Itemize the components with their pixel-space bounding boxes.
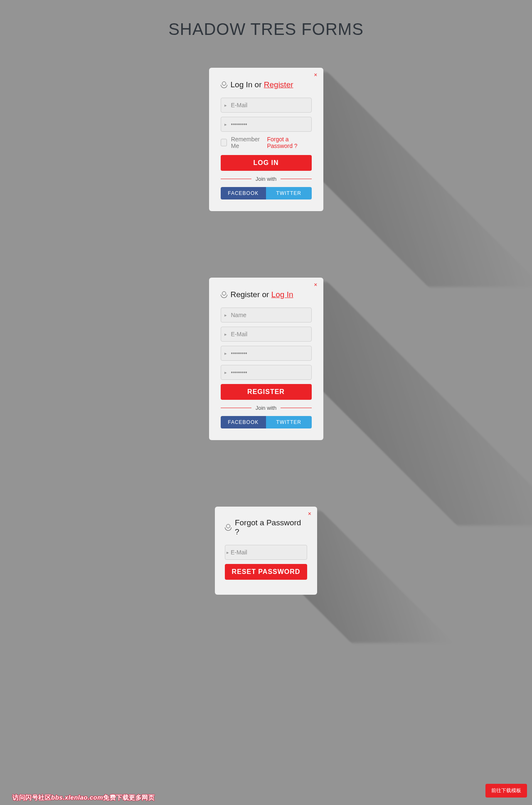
email-field-wrap: ▸ <box>225 545 307 560</box>
join-divider: Join with <box>221 405 312 411</box>
forgot-title: Forgot a Password ? <box>235 518 307 537</box>
login-link[interactable]: Log In <box>271 290 293 299</box>
user-icon <box>225 524 231 531</box>
name-field[interactable] <box>230 308 311 322</box>
register-link[interactable]: Register <box>264 80 293 89</box>
password-field[interactable] <box>230 346 311 360</box>
email-field-wrap: ▸ <box>221 327 312 342</box>
confirm-password-field-wrap: ▸ <box>221 365 312 380</box>
download-template-button[interactable]: 前往下载模板 <box>485 784 527 798</box>
social-row: FACEBOOK TWITTER <box>221 416 312 428</box>
chevron-right-icon: ▸ <box>221 103 230 108</box>
register-card: × Register or Log In ▸ ▸ ▸ ▸ REGISTER Jo… <box>209 278 323 440</box>
login-card-wrap: × Log In or Register ▸ ▸ Remember Me For… <box>209 68 323 211</box>
email-field-wrap: ▸ <box>221 98 312 113</box>
chevron-right-icon: ▸ <box>221 122 230 127</box>
social-row: FACEBOOK TWITTER <box>221 187 312 199</box>
chevron-right-icon: ▸ <box>221 332 230 337</box>
chevron-right-icon: ▸ <box>221 370 230 375</box>
forgot-card-wrap: × Forgot a Password ? ▸ RESET PASSWORD <box>215 507 317 595</box>
page-title: SHADOW TRES FORMS <box>0 0 532 68</box>
register-card-wrap: × Register or Log In ▸ ▸ ▸ ▸ REGISTER Jo… <box>209 278 323 440</box>
name-field-wrap: ▸ <box>221 308 312 322</box>
email-field[interactable] <box>230 327 311 341</box>
close-icon[interactable]: × <box>308 511 311 517</box>
password-field[interactable] <box>230 117 311 131</box>
facebook-button[interactable]: FACEBOOK <box>221 187 266 199</box>
register-header: Register or Log In <box>221 290 312 299</box>
login-header: Log In or Register <box>221 80 312 89</box>
remember-checkbox[interactable] <box>221 139 227 146</box>
chevron-right-icon: ▸ <box>225 550 230 555</box>
close-icon[interactable]: × <box>314 282 317 288</box>
close-icon[interactable]: × <box>314 72 317 78</box>
user-icon <box>221 81 227 88</box>
forgot-password-link[interactable]: Forgot a Password ? <box>267 136 311 149</box>
twitter-button[interactable]: TWITTER <box>266 416 312 428</box>
email-field[interactable] <box>230 98 311 112</box>
password-field-wrap: ▸ <box>221 346 312 361</box>
register-button[interactable]: REGISTER <box>221 384 312 400</box>
chevron-right-icon: ▸ <box>221 313 230 318</box>
facebook-button[interactable]: FACEBOOK <box>221 416 266 428</box>
confirm-password-field[interactable] <box>230 365 311 379</box>
password-field-wrap: ▸ <box>221 117 312 132</box>
reset-password-button[interactable]: RESET PASSWORD <box>225 564 307 580</box>
login-button[interactable]: LOG IN <box>221 155 312 171</box>
watermark: 访问闪号社区bbs.xlenlao.com免费下载更多网页 <box>12 794 155 802</box>
email-field[interactable] <box>230 545 307 559</box>
user-icon <box>221 291 227 298</box>
register-title-prefix: Register or <box>231 290 271 299</box>
remember-label: Remember Me <box>231 136 263 149</box>
login-title-prefix: Log In or <box>231 80 264 89</box>
remember-row: Remember Me Forgot a Password ? <box>221 136 312 149</box>
join-divider: Join with <box>221 176 312 182</box>
twitter-button[interactable]: TWITTER <box>266 187 312 199</box>
forgot-card: × Forgot a Password ? ▸ RESET PASSWORD <box>215 507 317 595</box>
forgot-header: Forgot a Password ? <box>225 518 307 537</box>
login-card: × Log In or Register ▸ ▸ Remember Me For… <box>209 68 323 211</box>
chevron-right-icon: ▸ <box>221 351 230 356</box>
